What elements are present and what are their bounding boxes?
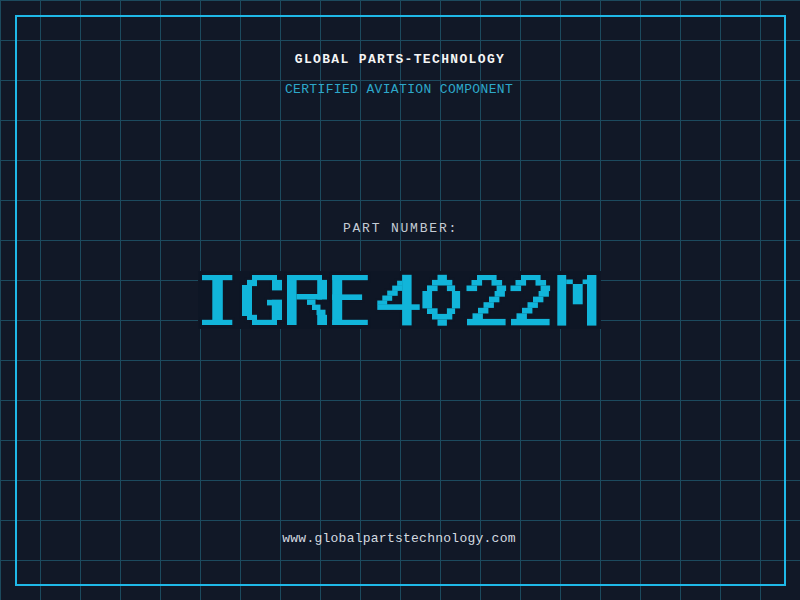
svg-text:CERTIFIED AVIATION COMPONENT: CERTIFIED AVIATION COMPONENT [285, 82, 513, 97]
svg-text:PART NUMBER:: PART NUMBER: [343, 221, 458, 236]
svg-text:GLOBAL PARTS-TECHNOLOGY: GLOBAL PARTS-TECHNOLOGY [295, 52, 505, 67]
svg-text:www.globalpartstechnology.com: www.globalpartstechnology.com [282, 531, 516, 546]
